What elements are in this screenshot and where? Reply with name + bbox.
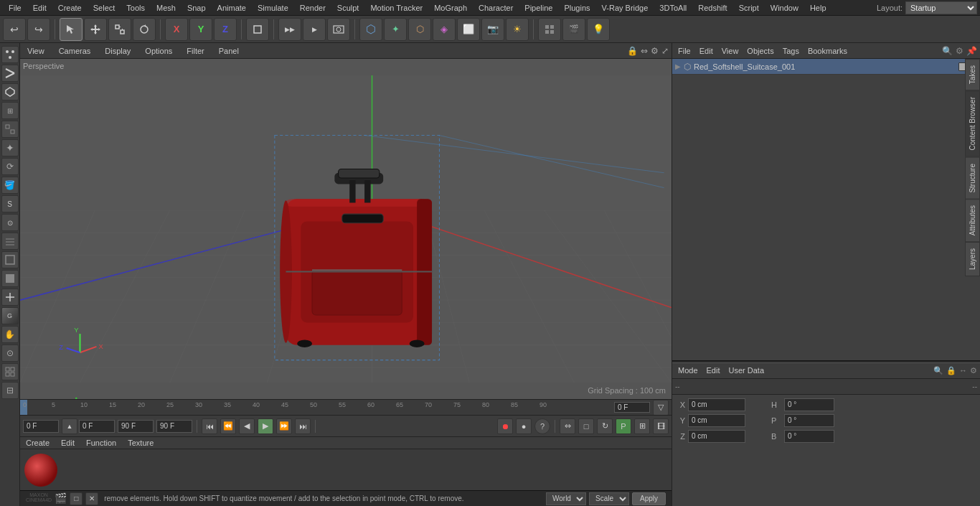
coord-input-p[interactable] [784, 414, 834, 427]
viewport-icon-settings[interactable]: ⚙ [651, 46, 659, 56]
layout-select[interactable]: Startup [905, 1, 977, 14]
attr-settings-icon[interactable]: ⚙ [970, 366, 977, 375]
unknown-btn-1[interactable]: S [1, 195, 19, 212]
axis-z-button[interactable]: Z [214, 18, 237, 41]
coord-input-b[interactable] [784, 430, 834, 443]
select-tool-button[interactable] [60, 18, 83, 41]
auto-key-button[interactable]: ● [516, 418, 532, 434]
move-tool-button[interactable] [84, 18, 107, 41]
menu-render[interactable]: Render [294, 2, 331, 14]
timeline-ruler[interactable]: 0 5 10 15 20 25 30 35 40 45 50 55 60 65 … [20, 399, 672, 415]
nurbs-button[interactable]: ⬡ [408, 18, 431, 41]
filter-icon[interactable]: ⚙ [956, 46, 963, 56]
menu-script[interactable]: Script [733, 2, 765, 14]
apply-button[interactable]: Apply [632, 492, 666, 505]
mat-menu-create[interactable]: Create [23, 437, 52, 449]
record-button[interactable]: ⏺ [497, 418, 513, 434]
menu-file[interactable]: File [3, 2, 27, 14]
snap-workplane-button[interactable]: ⊞ [1, 102, 19, 119]
om-menu-objects[interactable]: Objects [744, 45, 776, 57]
mat-menu-function[interactable]: Function [83, 437, 119, 449]
coord-input-h[interactable] [784, 398, 834, 411]
mode-edges-button[interactable] [1, 65, 19, 82]
scale-tool-button[interactable] [108, 18, 131, 41]
menu-3dtoall[interactable]: 3DToAll [654, 2, 692, 14]
rotate-tool-button[interactable] [133, 18, 156, 41]
viewport-menu-view[interactable]: View [23, 45, 49, 57]
tab-structure[interactable]: Structure [965, 157, 980, 200]
viewport-menu-panel[interactable]: Panel [215, 45, 243, 57]
object-list[interactable]: ▶ ⬡ Red_Softshell_Suitcase_001 [672, 59, 980, 202]
viewport-icon-lock[interactable]: 🔒 [627, 46, 638, 56]
mode-points-button[interactable] [1, 46, 19, 63]
menu-tools[interactable]: Tools [121, 2, 151, 14]
attr-arrows-icon[interactable]: ↔ [959, 366, 967, 375]
magnet-btn[interactable]: ⊙ [1, 345, 19, 362]
grid2-btn[interactable] [1, 363, 19, 380]
tab-layers[interactable]: Layers [965, 242, 980, 276]
tab-attributes[interactable]: Attributes [965, 199, 980, 242]
play-button[interactable]: ▶ [258, 418, 273, 434]
move-playback-button[interactable]: ⇔ [560, 418, 575, 434]
attr-menu-userdata[interactable]: User Data [726, 365, 768, 376]
menu-vray[interactable]: V-Ray Bridge [596, 2, 654, 14]
scale-dropdown[interactable]: Scale [589, 492, 629, 505]
menu-redshift[interactable]: Redshift [692, 2, 732, 14]
pin-icon[interactable]: 📌 [966, 46, 977, 56]
coord-input-x[interactable] [688, 398, 745, 411]
viewport-menu-options[interactable]: Options [141, 45, 176, 57]
menu-pipeline[interactable]: Pipeline [519, 2, 558, 14]
om-menu-view[interactable]: View [719, 45, 742, 57]
bulb-button[interactable]: 💡 [587, 18, 610, 41]
viewport-3d[interactable]: Perspective [20, 59, 672, 399]
menu-snap[interactable]: Snap [182, 2, 212, 14]
mode-polygons-button[interactable] [1, 83, 19, 100]
film-btn[interactable]: 🎞 [653, 418, 669, 434]
viewport-menu-cameras[interactable]: Cameras [55, 45, 95, 57]
p-btn[interactable]: P [616, 418, 631, 434]
render-region-button[interactable]: ▶▶ [278, 18, 301, 41]
unknown-btn-2[interactable]: ⊙ [1, 214, 19, 231]
grid-button[interactable] [1, 233, 19, 250]
menu-help[interactable]: Help [804, 2, 832, 14]
goto-start-button[interactable]: ⏮ [202, 418, 217, 434]
mat-menu-edit[interactable]: Edit [58, 437, 77, 449]
om-menu-edit[interactable]: Edit [697, 45, 716, 57]
box-solid-button[interactable] [1, 270, 19, 287]
menu-plugins[interactable]: Plugins [558, 2, 595, 14]
cycle-btn[interactable]: ↻ [597, 418, 613, 434]
step-back-button[interactable]: ⏪ [220, 418, 236, 434]
twist-button[interactable]: ⟳ [1, 158, 19, 175]
menu-window[interactable]: Window [765, 2, 804, 14]
attr-lock-icon[interactable]: 🔒 [946, 366, 956, 375]
step-fwd-button[interactable]: ⏩ [276, 418, 292, 434]
cube-object-button[interactable]: ⬡ [359, 18, 382, 41]
environment-button[interactable]: ⬜ [457, 18, 480, 41]
attr-search-icon[interactable]: 🔍 [933, 366, 943, 375]
playback-end-frame[interactable] [118, 420, 154, 433]
search-icon[interactable]: 🔍 [942, 46, 953, 56]
status-btn-2[interactable]: ✕ [85, 492, 98, 505]
tab-takes[interactable]: Takes [965, 59, 980, 90]
goto-end-button[interactable]: ⏭ [295, 418, 311, 434]
menu-mesh[interactable]: Mesh [151, 2, 182, 14]
timeline-nav-button[interactable]: ▽ [653, 400, 669, 416]
menu-animate[interactable]: Animate [212, 2, 252, 14]
camera-button[interactable]: 📷 [481, 18, 504, 41]
box-mode-button[interactable] [1, 251, 19, 268]
coord-input-y[interactable] [688, 414, 745, 427]
attr-menu-mode[interactable]: Mode [675, 365, 701, 376]
flatten-btn[interactable]: ⊟ [1, 382, 19, 399]
help-button[interactable]: ? [534, 418, 550, 434]
om-menu-file[interactable]: File [675, 45, 694, 57]
snap-3d-button[interactable]: ✦ [1, 139, 19, 156]
coord-input-z[interactable] [688, 430, 745, 443]
status-btn-1[interactable]: □ [70, 492, 83, 505]
timeline-track[interactable]: 0 5 10 15 20 25 30 35 40 45 50 55 60 65 … [20, 400, 611, 415]
snap-2d-button[interactable] [1, 121, 19, 138]
world-dropdown[interactable]: World [546, 492, 586, 505]
box-btn[interactable]: □ [578, 418, 594, 434]
mat-menu-texture[interactable]: Texture [125, 437, 156, 449]
display-mode-button[interactable] [538, 18, 561, 41]
object-row-suitcase[interactable]: ▶ ⬡ Red_Softshell_Suitcase_001 [672, 59, 980, 75]
